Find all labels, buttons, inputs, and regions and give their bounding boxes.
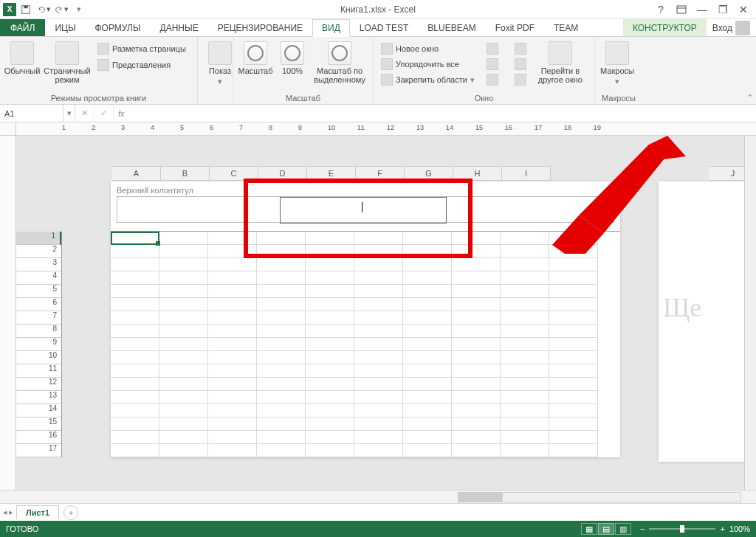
zoom-out-icon[interactable]: −: [640, 524, 645, 533]
row-header-9[interactable]: 9: [16, 338, 61, 351]
cell[interactable]: [306, 444, 354, 457]
row-header-17[interactable]: 17: [16, 444, 61, 457]
cell[interactable]: [306, 391, 354, 404]
cell[interactable]: [159, 404, 208, 418]
active-cell[interactable]: [111, 232, 159, 245]
arrange-all-button[interactable]: Упорядочить все: [378, 57, 478, 72]
cell[interactable]: [208, 351, 257, 364]
row-header-2[interactable]: 2: [16, 245, 61, 258]
cell[interactable]: [159, 351, 208, 364]
cell[interactable]: [549, 391, 598, 404]
zoom-value[interactable]: 100%: [729, 524, 750, 533]
cell[interactable]: [354, 298, 403, 311]
cell[interactable]: [452, 444, 501, 457]
hide-button[interactable]: [484, 57, 501, 72]
cell[interactable]: [403, 378, 452, 391]
cell[interactable]: [257, 364, 306, 378]
cell[interactable]: [257, 271, 306, 285]
cell[interactable]: [306, 285, 354, 298]
zoom-100-button[interactable]: 100%: [275, 40, 310, 86]
cell[interactable]: [549, 271, 598, 285]
cell[interactable]: [452, 271, 501, 285]
cell[interactable]: [354, 444, 403, 457]
cell[interactable]: [111, 245, 159, 258]
cell[interactable]: [501, 232, 549, 245]
row-header-1[interactable]: 1: [16, 232, 61, 245]
minimize-button[interactable]: —: [693, 1, 712, 18]
cell[interactable]: [111, 431, 159, 444]
cell[interactable]: [354, 245, 403, 258]
cell[interactable]: [452, 285, 501, 298]
cell[interactable]: [257, 232, 306, 245]
zoom-slider[interactable]: [649, 528, 715, 530]
cell[interactable]: [111, 271, 159, 285]
cell[interactable]: [208, 444, 257, 457]
tab-review[interactable]: РЕЦЕНЗИРОВАНИЕ: [208, 19, 312, 36]
redo-button[interactable]: ▾: [53, 1, 69, 18]
cell[interactable]: [452, 245, 501, 258]
undo-button[interactable]: ▾: [35, 1, 52, 18]
cell[interactable]: [111, 298, 159, 311]
cell[interactable]: [111, 444, 159, 457]
cell[interactable]: [549, 311, 598, 325]
col-header-D[interactable]: D: [258, 166, 307, 181]
cell[interactable]: [159, 325, 208, 338]
cell[interactable]: [306, 232, 354, 245]
ribbon-display-button[interactable]: [672, 1, 691, 18]
cell[interactable]: [159, 418, 208, 431]
cell[interactable]: [452, 431, 501, 444]
col-header-I[interactable]: I: [502, 166, 551, 181]
custom-views-button[interactable]: Представления: [94, 58, 189, 72]
cell[interactable]: [501, 271, 549, 285]
row-header-10[interactable]: 10: [16, 351, 61, 364]
cell[interactable]: [354, 325, 403, 338]
unhide-button[interactable]: [484, 72, 501, 87]
cell[interactable]: [159, 391, 208, 404]
cell[interactable]: [403, 325, 452, 338]
cell[interactable]: [501, 311, 549, 325]
cell[interactable]: [257, 285, 306, 298]
cell[interactable]: [257, 311, 306, 325]
cell[interactable]: [501, 378, 549, 391]
cell[interactable]: [452, 325, 501, 338]
cell[interactable]: [354, 232, 403, 245]
cell[interactable]: [501, 391, 549, 404]
cell[interactable]: [501, 258, 549, 271]
cell[interactable]: [452, 404, 501, 418]
cell[interactable]: [403, 418, 452, 431]
save-button[interactable]: [18, 1, 34, 18]
page-layout-button[interactable]: Разметка страницы: [94, 41, 189, 56]
row-header-5[interactable]: 5: [16, 285, 61, 298]
cell[interactable]: [208, 271, 257, 285]
cell[interactable]: [354, 338, 403, 351]
cell[interactable]: [208, 404, 257, 418]
col-header-B[interactable]: B: [161, 166, 210, 181]
cell[interactable]: [403, 232, 452, 245]
show-button[interactable]: Показ▾: [202, 40, 238, 87]
row-header-13[interactable]: 13: [16, 391, 61, 404]
cell[interactable]: [306, 404, 354, 418]
cell[interactable]: [354, 271, 403, 285]
zoom-control[interactable]: − + 100%: [640, 524, 750, 533]
cell[interactable]: [208, 325, 257, 338]
cell[interactable]: [159, 444, 208, 457]
cell[interactable]: [452, 418, 501, 431]
cell[interactable]: [403, 351, 452, 364]
tab-0[interactable]: ИЦЫ: [45, 19, 85, 36]
cell[interactable]: [549, 298, 598, 311]
row-header-14[interactable]: 14: [16, 404, 61, 418]
cell[interactable]: [452, 364, 501, 378]
qat-customize[interactable]: ▾: [71, 1, 87, 18]
cell[interactable]: [354, 431, 403, 444]
cell[interactable]: [354, 418, 403, 431]
row-header-11[interactable]: 11: [16, 364, 61, 378]
cell[interactable]: [501, 418, 549, 431]
close-button[interactable]: ✕: [734, 1, 753, 18]
cell[interactable]: [159, 271, 208, 285]
cell[interactable]: [159, 245, 208, 258]
horizontal-scrollbar[interactable]: [458, 492, 741, 502]
cell-grid[interactable]: [111, 232, 620, 457]
sheet-tab-1[interactable]: Лист1: [16, 505, 59, 519]
fx-icon[interactable]: fx: [114, 109, 129, 118]
side-by-side-button[interactable]: [512, 72, 529, 87]
